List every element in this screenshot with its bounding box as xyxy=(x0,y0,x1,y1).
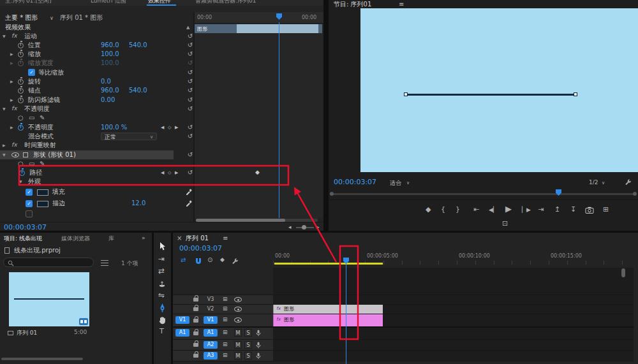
type-tool[interactable]: T xyxy=(160,327,164,336)
track-target-v3[interactable]: V3 xyxy=(204,296,218,303)
mute-button[interactable]: M xyxy=(234,352,242,360)
opacity-group-label[interactable]: 不透明度 xyxy=(24,105,50,113)
program-fit-select[interactable]: 适合 xyxy=(390,179,401,187)
program-timecode[interactable]: 00:00:03:07 xyxy=(334,178,376,186)
linked-selection-icon[interactable]: ⊙ xyxy=(207,256,212,265)
reset-rotation-icon[interactable]: ↺ xyxy=(186,77,194,86)
mark-in-button[interactable]: { xyxy=(441,205,445,214)
button-editor-icon[interactable]: ⊡ xyxy=(502,219,508,228)
next-keyframe-icon[interactable]: ▶ xyxy=(175,168,178,177)
lock-icon[interactable] xyxy=(193,319,198,323)
opacity-value[interactable]: 100.0 % xyxy=(101,123,127,132)
go-to-out-button[interactable]: ⇥ xyxy=(538,205,544,214)
blend-mode-select[interactable]: 正常 ∨ xyxy=(101,133,157,140)
lock-icon[interactable] xyxy=(193,331,198,335)
chevron-down-icon[interactable]: ∨ xyxy=(602,180,605,186)
stopwatch-icon[interactable] xyxy=(19,170,25,176)
timeline-playhead-line[interactable] xyxy=(346,264,346,364)
position-y-value[interactable]: 540.0 xyxy=(129,41,147,50)
ellipse-mask-icon[interactable]: ○ xyxy=(18,113,24,122)
add-keyframe-icon[interactable]: ◇ xyxy=(168,123,171,132)
stopwatch-icon[interactable] xyxy=(18,98,24,103)
lock-icon[interactable] xyxy=(193,343,198,347)
ec-playhead-line[interactable] xyxy=(279,22,279,218)
tab-project[interactable]: 项目: 线条出现 xyxy=(4,235,42,243)
voiceover-mic-icon[interactable] xyxy=(256,342,261,349)
next-keyframe-icon[interactable]: ▶ xyxy=(175,123,178,132)
sync-lock-icon[interactable]: ⊞ xyxy=(223,316,228,323)
solo-button[interactable]: S xyxy=(244,352,252,360)
project-scrollbar[interactable] xyxy=(1,358,83,360)
track-output-eye-icon[interactable] xyxy=(234,307,242,312)
prev-keyframe-icon[interactable]: ◀ xyxy=(161,123,164,132)
reset-shape-icon[interactable]: ↺ xyxy=(186,150,194,159)
lock-icon[interactable] xyxy=(193,354,198,358)
voiceover-mic-icon[interactable] xyxy=(256,353,261,360)
track-target-a3[interactable]: A3 xyxy=(204,352,218,360)
rotation-value[interactable]: 0.0 xyxy=(101,77,111,86)
timeline-timecode[interactable]: 00:00:03:07 xyxy=(179,244,222,252)
twirl-opacity-group-icon[interactable]: ▼ xyxy=(3,105,6,113)
export-frame-camera-icon[interactable] xyxy=(585,207,594,214)
snap-magnet-icon[interactable] xyxy=(195,258,202,265)
reset-position-icon[interactable]: ↺ xyxy=(186,41,194,50)
stopwatch-icon[interactable] xyxy=(18,52,24,57)
tab-lumetri-scopes[interactable]: Lumetri 范围 xyxy=(91,0,126,5)
drawn-line[interactable] xyxy=(406,94,575,96)
fill-checkbox[interactable]: ✓ xyxy=(26,189,33,196)
twirl-time-remap-icon[interactable]: ▶ xyxy=(3,141,6,150)
motion-group-label[interactable]: 运动 xyxy=(24,32,37,41)
search-input[interactable] xyxy=(3,258,94,267)
mute-button[interactable]: M xyxy=(234,341,242,349)
program-resolution-select[interactable]: 1/2 xyxy=(589,179,598,186)
mute-button[interactable]: M xyxy=(234,329,242,337)
ec-clip-title[interactable]: 序列 01 * 图形 xyxy=(60,13,103,22)
line-endpoint-handle[interactable] xyxy=(404,92,408,96)
cropped-checkbox[interactable] xyxy=(26,210,33,217)
track-target-a2[interactable]: A2 xyxy=(204,341,218,349)
go-to-in-button[interactable]: ⇤ xyxy=(473,205,479,214)
reset-opacity-group-icon[interactable]: ↺ xyxy=(186,105,194,113)
scrubber-zoom-handle[interactable] xyxy=(633,192,637,196)
solo-button[interactable]: S xyxy=(244,329,252,337)
zoom-in-icon[interactable]: ▸ xyxy=(316,224,320,230)
work-area-bar[interactable] xyxy=(274,263,383,265)
stroke-color-swatch[interactable] xyxy=(37,201,48,207)
ellipse-mask-icon[interactable]: ○ xyxy=(18,159,24,168)
list-view-icon[interactable] xyxy=(101,260,108,266)
clip-v2-graphic[interactable]: fx 图形 xyxy=(273,305,383,314)
reset-scale-icon[interactable]: ↺ xyxy=(186,50,194,59)
ec-master-title[interactable]: 主要 * 图形 xyxy=(5,13,38,22)
add-marker-button[interactable]: ◆ xyxy=(426,205,431,214)
selection-tool[interactable] xyxy=(159,242,166,251)
tab-source[interactable]: 主:序列 01:[空闲] xyxy=(5,0,51,5)
timeline-vertical-scrollbar[interactable] xyxy=(621,268,625,277)
pen-mask-icon[interactable]: ✎ xyxy=(40,159,45,168)
lift-button[interactable]: ↥ xyxy=(554,205,560,214)
twirl-motion-icon[interactable]: ▼ xyxy=(3,32,6,41)
reset-path-icon[interactable]: ↺ xyxy=(186,168,194,177)
twirl-shape-icon[interactable]: ▼ xyxy=(3,150,6,159)
program-viewport[interactable] xyxy=(360,8,638,172)
sync-lock-icon[interactable]: ⊞ xyxy=(223,341,228,347)
tab-library[interactable]: 库 xyxy=(108,235,114,243)
settings-wrench-icon[interactable] xyxy=(625,178,632,186)
twirl-scale-icon[interactable]: ▶ xyxy=(10,50,13,59)
close-icon[interactable]: × xyxy=(177,234,182,243)
mark-out-button[interactable]: } xyxy=(456,205,460,214)
solo-button[interactable]: S xyxy=(244,341,252,349)
tab-sequence[interactable]: 序列 01 xyxy=(186,234,209,243)
zoom-out-icon[interactable]: ◂ xyxy=(288,224,292,230)
stopwatch-icon[interactable] xyxy=(18,43,24,48)
play-button[interactable]: ▶ xyxy=(505,204,512,214)
reset-blend-mode-icon[interactable]: ↺ xyxy=(186,132,194,141)
step-forward-button[interactable]: ▏▶ xyxy=(522,207,531,213)
sequence-thumbnail[interactable] xyxy=(9,272,89,326)
collapse-section-icon[interactable]: ▲ xyxy=(186,25,189,30)
twirl-opacity-icon[interactable]: ▶ xyxy=(10,123,13,132)
stopwatch-icon[interactable] xyxy=(18,88,24,94)
ripple-edit-tool[interactable]: ⇄ xyxy=(158,266,165,275)
voiceover-mic-icon[interactable] xyxy=(256,330,261,337)
clip-v1-graphic[interactable]: fx 图形 xyxy=(273,314,383,326)
lock-icon[interactable] xyxy=(193,307,198,311)
